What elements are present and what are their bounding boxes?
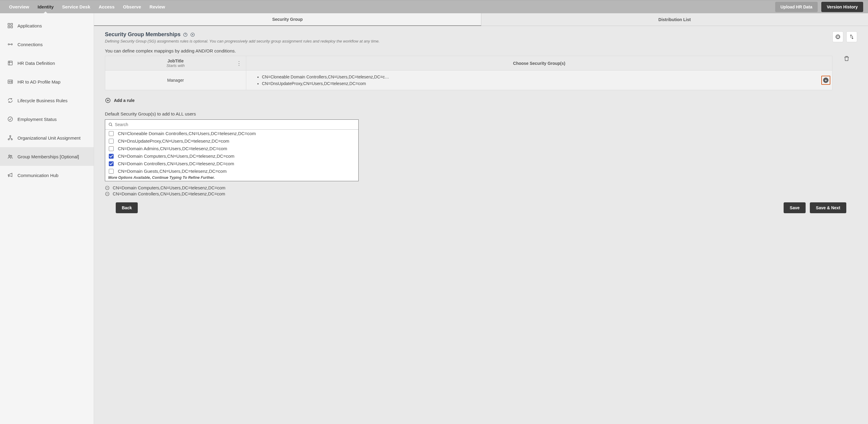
remove-icon[interactable]: [105, 191, 110, 196]
save-next-button[interactable]: Save & Next: [810, 202, 846, 213]
save-button[interactable]: Save: [784, 202, 806, 213]
main-content: Security GroupDistribution List Security…: [94, 13, 868, 424]
default-groups-label: Default Security Group(s) to add to ALL …: [105, 111, 857, 116]
svg-point-8: [9, 81, 10, 82]
sidebar-item-hr-to-ad-profile-map[interactable]: HR to AD Profile Map: [0, 72, 94, 91]
help-icon[interactable]: [183, 32, 188, 37]
checkbox-icon[interactable]: [109, 139, 114, 144]
selected-group-label: CN=Domain Controllers,CN=Users,DC=telese…: [113, 191, 225, 196]
rule-groups-header: Choose Security Group(s): [246, 56, 832, 70]
rule-group-item: CN=Cloneable Domain Controllers,CN=Users…: [262, 73, 822, 80]
ai-chip-button[interactable]: AI: [832, 31, 843, 42]
checkbox-icon[interactable]: [109, 161, 114, 166]
footer: Back Save Save & Next: [105, 197, 857, 234]
kebab-icon[interactable]: ⋮: [236, 60, 242, 67]
sidebar-item-label: Organizational Unit Assignment: [18, 135, 81, 141]
comm-icon: [7, 172, 13, 178]
add-rule-button[interactable]: Add a rule: [105, 97, 857, 103]
status-icon: [7, 116, 13, 122]
back-button[interactable]: Back: [116, 202, 138, 213]
svg-point-4: [8, 44, 9, 45]
topnav-tab-service-desk[interactable]: Service Desk: [58, 0, 94, 13]
sidebar: ApplicationsConnectionsHR Data Definitio…: [0, 13, 94, 424]
dropdown-option[interactable]: CN=Domain Admins,CN=Users,DC=telesenz,DC…: [105, 145, 358, 152]
svg-rect-1: [11, 24, 13, 25]
rule-table: JobTitle Starts with ⋮ Choose Security G…: [105, 56, 832, 90]
search-icon: [108, 122, 113, 127]
sidebar-item-label: Connections: [18, 42, 42, 47]
version-history-button[interactable]: Version History: [821, 2, 863, 12]
rule-field: JobTitle: [167, 59, 184, 63]
trash-icon[interactable]: [843, 55, 850, 62]
sidebar-item-communication-hub[interactable]: Communication Hub: [0, 166, 94, 185]
lifecycle-icon: [7, 97, 13, 103]
apps-icon: [7, 23, 13, 29]
dropdown-option-label: CN=Domain Guests,CN=Users,DC=telesenz,DC…: [118, 169, 227, 174]
selected-group-row: CN=Domain Computers,CN=Users,DC=telesenz…: [105, 185, 857, 191]
ou-icon: [7, 135, 13, 141]
selected-group-label: CN=Domain Computers,CN=Users,DC=telesenz…: [113, 185, 225, 190]
svg-rect-2: [8, 26, 10, 28]
sidebar-item-connections[interactable]: Connections: [0, 35, 94, 54]
checkbox-icon[interactable]: [109, 169, 114, 174]
inner-tabs: Security GroupDistribution List: [94, 13, 868, 26]
hr-data-icon: [7, 60, 13, 66]
dropdown-option[interactable]: CN=Domain Controllers,CN=Users,DC=telese…: [105, 160, 358, 168]
sidebar-item-label: HR to AD Profile Map: [18, 79, 61, 85]
upload-hr-data-button[interactable]: Upload HR Data: [775, 2, 818, 12]
svg-rect-6: [8, 61, 12, 65]
connections-icon: [7, 41, 13, 47]
rule-condition-header[interactable]: JobTitle Starts with ⋮: [105, 56, 246, 70]
topnav-tab-overview[interactable]: Overview: [5, 0, 33, 13]
dropdown-option-label: CN=DnsUpdateProxy,CN=Users,DC=telesenz,D…: [118, 139, 229, 144]
svg-point-11: [8, 139, 9, 140]
dropdown-option[interactable]: CN=DnsUpdateProxy,CN=Users,DC=telesenz,D…: [105, 137, 358, 145]
dropdown-option-label: CN=Domain Admins,CN=Users,DC=telesenz,DC…: [118, 146, 227, 151]
section-subtitle: Defining Security Group (SG) assignments…: [105, 39, 380, 43]
dropdown-option[interactable]: CN=Domain Guests,CN=Users,DC=telesenz,DC…: [105, 168, 358, 175]
selected-group-row: CN=Domain Controllers,CN=Users,DC=telese…: [105, 191, 857, 197]
topnav-tab-identity[interactable]: Identity: [33, 0, 58, 13]
dropdown-option[interactable]: CN=Domain Computers,CN=Users,DC=telesenz…: [105, 152, 358, 160]
topnav-tab-review[interactable]: Review: [145, 0, 169, 13]
sidebar-item-label: HR Data Definition: [18, 61, 55, 66]
topnav-tab-observe[interactable]: Observe: [119, 0, 145, 13]
section-title: Security Group Memberships: [105, 31, 181, 38]
svg-point-12: [11, 139, 12, 140]
checkbox-icon[interactable]: [109, 131, 114, 136]
sidebar-item-hr-data-definition[interactable]: HR Data Definition: [0, 54, 94, 72]
plus-icon: +: [823, 78, 829, 83]
inner-tab-security-group[interactable]: Security Group: [94, 13, 481, 26]
rule-groups-cell[interactable]: CN=Cloneable Domain Controllers,CN=Users…: [246, 70, 832, 90]
add-group-button[interactable]: +: [821, 76, 830, 85]
swap-button[interactable]: [846, 31, 857, 42]
remove-icon[interactable]: [105, 185, 110, 190]
default-groups-dropdown[interactable]: CN=Cloneable Domain Controllers,CN=Users…: [105, 119, 359, 181]
checkbox-icon[interactable]: [109, 146, 114, 151]
rule-value-cell[interactable]: Manager: [105, 70, 246, 90]
svg-point-13: [9, 155, 10, 156]
rule-operator: Starts with: [166, 63, 185, 68]
inner-tab-distribution-list[interactable]: Distribution List: [481, 13, 868, 26]
dropdown-option-label: CN=Domain Computers,CN=Users,DC=telesenz…: [118, 153, 235, 159]
svg-point-16: [185, 35, 186, 36]
top-nav: OverviewIdentityService DeskAccessObserv…: [0, 0, 868, 13]
sidebar-item-applications[interactable]: Applications: [0, 16, 94, 35]
groups-icon: [7, 153, 13, 159]
sidebar-item-employment-status[interactable]: Employment Status: [0, 110, 94, 128]
svg-point-14: [10, 155, 12, 156]
play-icon[interactable]: [190, 32, 195, 37]
sidebar-item-label: Lifecycle Business Rules: [18, 98, 67, 103]
dropdown-option-label: CN=Domain Controllers,CN=Users,DC=telese…: [118, 161, 234, 166]
dropdown-search-input[interactable]: [115, 122, 355, 127]
topnav-tab-access[interactable]: Access: [94, 0, 119, 13]
checkbox-icon[interactable]: [109, 154, 114, 159]
sidebar-item-organizational-unit-assignment[interactable]: Organizational Unit Assignment: [0, 128, 94, 147]
dropdown-option-label: CN=Cloneable Domain Controllers,CN=Users…: [118, 131, 256, 136]
sidebar-item-group-memberships-optional-[interactable]: Group Memberships [Optional]: [0, 147, 94, 166]
add-rule-label: Add a rule: [114, 98, 134, 103]
svg-rect-3: [11, 26, 13, 28]
sidebar-item-label: Group Memberships [Optional]: [18, 154, 79, 159]
dropdown-option[interactable]: CN=Cloneable Domain Controllers,CN=Users…: [105, 130, 358, 137]
sidebar-item-lifecycle-business-rules[interactable]: Lifecycle Business Rules: [0, 91, 94, 110]
